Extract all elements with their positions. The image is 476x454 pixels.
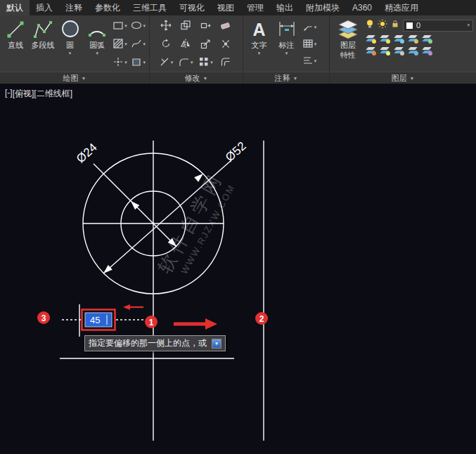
panel-caption-draw-label: 绘图 [63, 73, 79, 84]
tab-a360[interactable]: A360 [346, 0, 378, 15]
stretch-icon [200, 20, 212, 31]
panel-caption-draw[interactable]: 绘图 ▼ [0, 72, 149, 84]
table-tool-button[interactable]: ▾ [301, 36, 318, 51]
marker-3-label: 3 [41, 313, 46, 323]
layer-isolate-icon[interactable] [379, 34, 390, 44]
layer-color-swatch [406, 22, 413, 29]
model-space-canvas[interactable]: [-] [俯视] [二维线框] 软件自学网 WWW.RJZXW.COM [0, 84, 476, 454]
autocad-window: 默认 插入 注释 参数化 三维工具 可视化 视图 管理 输出 附加模块 A360… [0, 0, 476, 454]
dim-label-inner[interactable]: Ø24 [74, 141, 100, 166]
chevron-down-icon[interactable]: ▾ [143, 41, 146, 46]
layer-freeze-icon[interactable] [393, 34, 404, 44]
line-tool-button[interactable]: 直线 [3, 18, 29, 72]
panel-caption-annotate-label: 注释 [275, 73, 290, 84]
chevron-down-icon[interactable]: ▾ [171, 60, 174, 65]
chevron-down-icon[interactable]: ▾ [124, 41, 127, 46]
drawing-svg[interactable]: 软件自学网 WWW.RJZXW.COM [0, 84, 476, 454]
chevron-down-icon[interactable]: ▾ [96, 51, 98, 56]
tab-addins[interactable]: 附加模块 [300, 0, 346, 15]
leader-icon [302, 21, 314, 32]
tab-3d-tools[interactable]: 三维工具 [127, 0, 173, 15]
layer-match-icon[interactable] [421, 34, 432, 44]
tab-output[interactable]: 输出 [270, 0, 300, 15]
layer-walk-icon[interactable] [407, 46, 418, 56]
mirror-icon [180, 38, 191, 49]
circle-tool-button[interactable]: 圆 ▾ [57, 18, 83, 72]
region-tool-button[interactable]: ▾ [130, 54, 147, 70]
dimension-tool-button[interactable]: 标注 ▾ [274, 18, 300, 72]
move-icon [160, 20, 172, 31]
hatch-tool-button[interactable]: ▾ [112, 36, 129, 51]
layer-unlock-icon[interactable] [393, 46, 404, 56]
array-tool-button[interactable]: ▾ [198, 54, 214, 70]
erase-tool-button[interactable] [217, 18, 234, 33]
viewport-visualstyle-control[interactable]: [二维线框] [34, 88, 72, 100]
markup-tool-button[interactable]: ▾ [301, 53, 318, 68]
layer-lock-button[interactable] [390, 19, 400, 32]
layer-freeze-button[interactable] [378, 19, 387, 32]
chevron-down-icon[interactable]: ▾ [143, 60, 146, 65]
chevron-down-icon[interactable]: ▾ [143, 23, 146, 28]
tab-home[interactable]: 默认 [0, 0, 30, 15]
layer-lock-icon[interactable] [407, 34, 418, 44]
layer-on-off-button[interactable] [365, 19, 375, 32]
layer-name: 0 [416, 21, 420, 30]
leader-tool-button[interactable]: ▾ [301, 19, 318, 34]
chevron-down-icon[interactable]: ▾ [210, 60, 213, 65]
dim-label-outer[interactable]: Ø52 [223, 139, 249, 164]
chevron-down-icon: ▼ [293, 76, 298, 81]
layer-select[interactable]: 0 ▾ [403, 20, 473, 32]
rectangle-tool-button[interactable]: ▾ [112, 18, 129, 33]
chevron-down-icon[interactable]: ▾ [467, 22, 470, 28]
spline-tool-button[interactable]: ▾ [130, 36, 147, 51]
tooltip-expand-icon[interactable]: ▾ [212, 339, 221, 349]
layer-state-icon[interactable] [421, 46, 432, 56]
polyline-tool-button[interactable]: 多段线 [30, 18, 56, 72]
viewport-menu-control[interactable]: [-] [5, 88, 13, 100]
panel-caption-modify[interactable]: 修改 ▼ [150, 72, 243, 84]
trim-tool-button[interactable]: ▾ [157, 54, 174, 70]
layer-properties-button[interactable]: 图层 特性 [333, 18, 364, 72]
offset-distance-value[interactable]: 45 [90, 315, 100, 325]
markup-icon [302, 55, 314, 66]
chevron-down-icon[interactable]: ▾ [124, 60, 127, 65]
chevron-down-icon[interactable]: ▾ [69, 51, 72, 56]
tab-annotate[interactable]: 注释 [59, 0, 89, 15]
copy-tool-button[interactable] [177, 18, 194, 33]
tab-featured-apps[interactable]: 精选应用 [378, 0, 425, 15]
ellipse-tool-button[interactable]: ▾ [130, 18, 147, 33]
offset-tool-button[interactable] [217, 54, 234, 70]
chevron-down-icon[interactable]: ▾ [314, 58, 317, 63]
explode-tool-button[interactable] [217, 36, 234, 51]
chevron-down-icon[interactable]: ▾ [314, 25, 317, 30]
layer-properties-icon [336, 19, 360, 40]
scale-tool-button[interactable] [198, 36, 214, 51]
chevron-down-icon[interactable]: ▾ [314, 41, 317, 46]
rotate-tool-button[interactable] [157, 36, 174, 51]
point-tool-button[interactable]: ▾ [112, 54, 129, 70]
chevron-down-icon[interactable]: ▾ [285, 51, 288, 56]
chevron-down-icon[interactable]: ▾ [124, 23, 127, 28]
tab-visualize[interactable]: 可视化 [173, 0, 211, 15]
move-tool-button[interactable] [157, 18, 174, 33]
viewport-view-control[interactable]: [俯视] [13, 88, 34, 100]
fillet-tool-button[interactable]: ▾ [177, 54, 194, 70]
tab-parametric[interactable]: 参数化 [89, 0, 127, 15]
tab-insert[interactable]: 插入 [30, 0, 59, 15]
panel-caption-annotate[interactable]: 注释 ▼ [243, 72, 329, 84]
panel-caption-layers[interactable]: 图层 ▼ [330, 72, 476, 84]
tab-manage[interactable]: 管理 [240, 0, 270, 15]
erase-icon [220, 20, 231, 31]
layer-unisolate-icon[interactable] [365, 46, 376, 56]
layer-thaw-icon[interactable] [379, 46, 390, 56]
tab-view[interactable]: 视图 [211, 0, 240, 15]
stretch-tool-button[interactable] [198, 18, 214, 33]
chevron-down-icon: ▼ [410, 76, 415, 81]
arc-tool-button[interactable]: 圆弧 ▾ [84, 18, 110, 72]
chevron-down-icon[interactable]: ▾ [258, 51, 261, 56]
mirror-tool-button[interactable] [177, 36, 194, 51]
text-tool-button[interactable]: A 文字 ▾ [246, 18, 272, 72]
chevron-down-icon[interactable]: ▾ [191, 60, 193, 65]
layer-off-icon[interactable] [365, 34, 376, 44]
copy-icon [180, 20, 191, 31]
